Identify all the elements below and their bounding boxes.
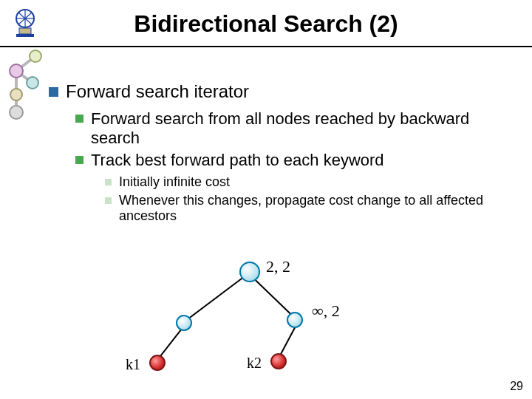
bullet-l2a-text: Forward search from all nodes reached by… — [91, 109, 507, 148]
keyword-node-k2 — [270, 353, 287, 369]
svg-point-12 — [27, 77, 38, 89]
k1-label: k1 — [126, 356, 140, 373]
k2-label: k2 — [247, 355, 262, 372]
bullet-square-icon — [75, 115, 83, 123]
bullet-l1-text: Forward search iterator — [66, 81, 249, 102]
bullet-square-icon — [105, 197, 112, 204]
right-label: ∞, 2 — [312, 301, 340, 321]
left-child-node — [176, 315, 192, 331]
bullet-l2b-text: Track best forward path to each keyword — [91, 151, 384, 170]
title-underline — [0, 46, 532, 47]
root-label: 2, 2 — [266, 257, 290, 276]
slide: Bidirectional Search (2) Forward search … — [0, 0, 532, 399]
tree-diagram: 2, 2 ∞, 2 k1 k2 — [118, 257, 414, 383]
bullet-l1: Forward search iterator — [49, 81, 507, 102]
bullet-l3: Initially infinite cost — [105, 174, 507, 190]
edge — [183, 276, 244, 323]
svg-point-10 — [30, 50, 41, 62]
bullet-l2: Forward search from all nodes reached by… — [75, 109, 507, 148]
decorative-graph-icon — [6, 49, 50, 130]
svg-point-14 — [10, 106, 23, 119]
root-node — [239, 262, 260, 282]
bullet-l3: Whenever this changes, propagate cost ch… — [105, 193, 507, 224]
bullet-l3b-text: Whenever this changes, propagate cost ch… — [119, 193, 507, 224]
keyword-node-k1 — [149, 355, 166, 371]
svg-point-13 — [10, 89, 22, 100]
bullet-square-icon — [75, 156, 83, 164]
svg-point-11 — [10, 64, 23, 78]
content-area: Forward search iterator Forward search f… — [49, 81, 507, 227]
page-number: 29 — [510, 380, 523, 393]
right-child-node — [287, 312, 303, 328]
bullet-square-icon — [49, 87, 58, 97]
bullet-l2: Track best forward path to each keyword — [75, 151, 507, 170]
bullet-l3a-text: Initially infinite cost — [119, 174, 230, 190]
bullet-square-icon — [105, 179, 112, 185]
slide-title: Bidirectional Search (2) — [0, 10, 532, 38]
